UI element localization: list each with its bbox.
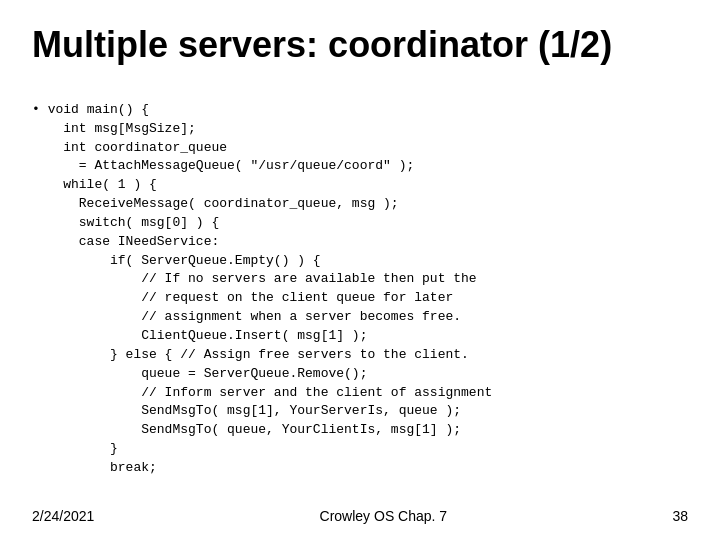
slide-title: Multiple servers: coordinator (1/2) — [32, 24, 688, 66]
footer-title: Crowley OS Chap. 7 — [320, 508, 448, 524]
footer-date: 2/24/2021 — [32, 508, 94, 524]
code-content: • void main() { int msg[MsgSize]; int co… — [32, 82, 688, 497]
footer-page: 38 — [672, 508, 688, 524]
bullet-dot: • — [32, 102, 40, 117]
footer: 2/24/2021 Crowley OS Chap. 7 38 — [32, 508, 688, 524]
slide: Multiple servers: coordinator (1/2) • vo… — [0, 0, 720, 540]
